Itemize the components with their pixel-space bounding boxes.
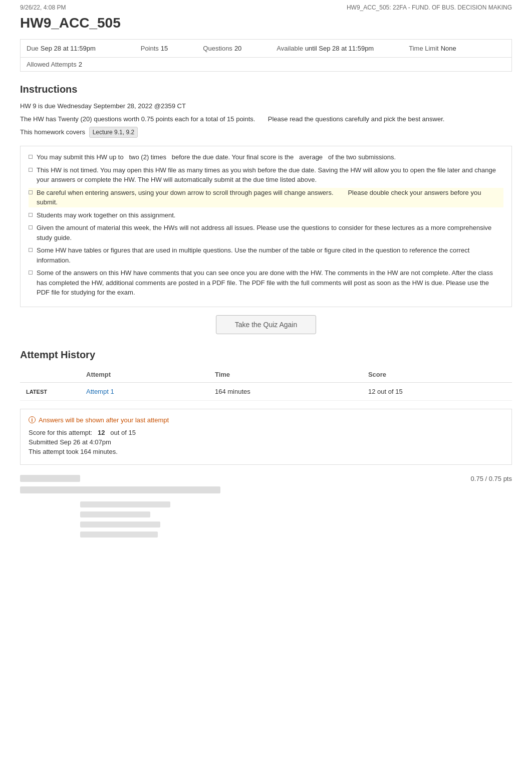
instructions-line2: The HW has Twenty (20) questions worth 0…: [20, 114, 512, 124]
bullet-text-3: Students may work together on this assig…: [37, 210, 175, 220]
info-icon: i: [29, 416, 36, 423]
question-label-blurred: [20, 475, 80, 482]
instructions-line2b: Please read the questions carefully and …: [268, 115, 445, 123]
duration-info: This attempt took 164 minutes.: [29, 448, 503, 455]
instructions-line3: This homework covers Lecture 9.1, 9.2: [20, 127, 512, 138]
answers-note: i Answers will be shown after your last …: [29, 416, 503, 424]
answer-options: [20, 501, 512, 538]
bullet-dot-3: [29, 213, 33, 217]
bullet-text-6: Some of the answers on this HW have comm…: [37, 268, 503, 298]
option-3-blurred: [80, 522, 160, 528]
available-label: Available: [277, 45, 303, 52]
score-value: 12: [98, 429, 105, 436]
bullet-dot-4: [29, 225, 33, 229]
bullet-dot-6: [29, 271, 33, 275]
bullet-text-1: This HW is not timed. You may open this …: [37, 165, 503, 185]
col-header-empty: [20, 367, 80, 383]
attempt-time: 164 minutes: [209, 382, 362, 400]
points-label: Points: [141, 45, 159, 52]
bullet-text-0: You may submit this HW up to two (2) tim…: [37, 152, 396, 162]
meta-row-1: Due Sep 28 at 11:59pm Points 15 Question…: [20, 39, 512, 58]
datetime: 9/26/22, 4:08 PM: [20, 4, 66, 11]
score-total: out of 15: [110, 429, 136, 436]
latest-badge: LATEST: [26, 389, 47, 395]
attempt-score: 12 out of 15: [362, 382, 512, 400]
instructions-line1: HW 9 is due Wednesday September 28, 2022…: [20, 101, 512, 111]
points-value: 15: [161, 45, 168, 52]
bullet-dot-2: [29, 190, 33, 194]
bullet-text-5: Some HW have tables or figures that are …: [37, 245, 503, 265]
questions-value: 20: [234, 45, 241, 52]
due-value: Sep 28 at 11:59pm: [41, 45, 96, 52]
option-4-blurred: [80, 532, 158, 538]
table-row: LATEST Attempt 1 164 minutes 12 out of 1…: [20, 382, 512, 400]
attempt-history-title: Attempt History: [20, 349, 512, 361]
question-points: 0.75 / 0.75 pts: [471, 475, 512, 482]
bullet-item-1: This HW is not timed. You may open this …: [29, 165, 503, 185]
bullet-item-5: Some HW have tables or figures that are …: [29, 245, 503, 265]
allowed-label: Allowed Attempts: [27, 61, 77, 68]
bullet-item-6: Some of the answers on this HW have comm…: [29, 268, 503, 298]
instructions-title: Instructions: [20, 84, 512, 95]
col-attempt-header: Attempt: [80, 367, 209, 383]
bullet-text-4: Given the amount of material this week, …: [37, 223, 503, 242]
questions-label: Questions: [203, 45, 232, 52]
bullet-dot-1: [29, 168, 33, 172]
score-info: Score for this attempt: 12 out of 15: [29, 429, 503, 436]
col-score-header: Score: [362, 367, 512, 383]
instructions-section: Instructions HW 9 is due Wednesday Septe…: [20, 84, 512, 138]
submitted-info: Submitted Sep 26 at 4:07pm: [29, 438, 503, 446]
available-value: until Sep 28 at 11:59pm: [305, 45, 374, 52]
due-label: Due: [27, 45, 39, 52]
question-text-blurred: [20, 486, 220, 493]
take-quiz-button[interactable]: Take the Quiz Again: [216, 315, 316, 334]
bullet-item-0: You may submit this HW up to two (2) tim…: [29, 152, 503, 162]
option-2-blurred: [80, 511, 150, 517]
bullet-item-4: Given the amount of material this week, …: [29, 223, 503, 242]
page-title: HW9_ACC_505: [20, 15, 512, 31]
answers-note-text: Answers will be shown after your last at…: [39, 416, 169, 424]
lecture-badge: Lecture 9.1, 9.2: [89, 127, 138, 138]
bullet-item-3: Students may work together on this assig…: [29, 210, 503, 220]
allowed-value: 2: [79, 61, 82, 68]
instructions-line2-text: The HW has Twenty (20) questions worth 0…: [20, 115, 255, 123]
instructions-line3-prefix: This homework covers: [20, 128, 85, 136]
meta-row-2: Allowed Attempts 2: [20, 58, 512, 72]
bullet-dot-0: [29, 155, 33, 159]
attempt-table: Attempt Time Score LATEST Attempt 1 164 …: [20, 367, 512, 401]
attempt-detail-box: i Answers will be shown after your last …: [20, 409, 512, 465]
course-name: HW9_ACC_505: 22FA - FUND. OF BUS. DECISI…: [347, 4, 512, 11]
attempt-link[interactable]: Attempt 1: [86, 388, 114, 395]
bullet-list: You may submit this HW up to two (2) tim…: [20, 146, 512, 307]
score-label: Score for this attempt:: [29, 429, 92, 436]
bullet-text-2: Be careful when entering answers, using …: [37, 188, 503, 207]
option-1-blurred: [80, 501, 170, 507]
col-time-header: Time: [209, 367, 362, 383]
timelimit-value: None: [441, 45, 456, 52]
bullet-dot-5: [29, 248, 33, 252]
question-header: 0.75 / 0.75 pts: [20, 475, 512, 482]
timelimit-label: Time Limit: [409, 45, 438, 52]
question-section: 0.75 / 0.75 pts: [20, 475, 512, 538]
bullet-item-2: Be careful when entering answers, using …: [29, 188, 503, 207]
